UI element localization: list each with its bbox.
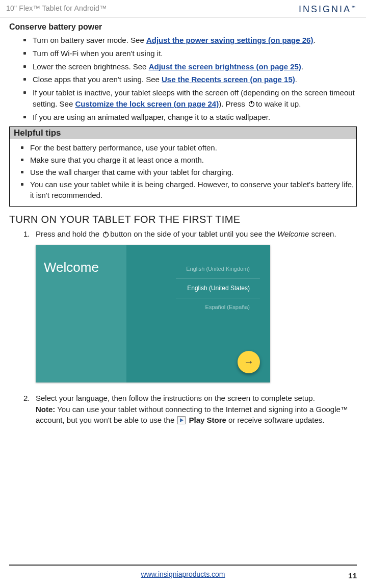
tips-box: Helpful tips For the best battery perfor…: [9, 126, 357, 207]
header-title: 10" Flex™ Tablet for Android™: [6, 4, 107, 12]
lang-option-3: Español (España): [176, 298, 260, 317]
page-number: 11: [348, 571, 357, 580]
welcome-screenshot: Welcome English (United Kingdom) English…: [36, 245, 270, 382]
link-brightness[interactable]: Adjust the screen brightness (on page 25…: [149, 62, 301, 71]
language-list: English (United Kingdom) English (United…: [176, 260, 260, 317]
conserve-item-3: Lower the screen brightness. See Adjust …: [23, 61, 357, 72]
conserve-item-1: Turn on battery saver mode. See Adjust t…: [23, 35, 357, 46]
firsttime-heading: TURN ON YOUR TABLET FOR THE FIRST TIME: [9, 214, 357, 225]
page-content: Conserve battery power Turn on battery s…: [0, 17, 366, 426]
play-store-icon: [177, 416, 186, 424]
link-recents[interactable]: Use the Recents screen (on page 15): [162, 75, 295, 84]
step-2: 2. Select your language, then follow the…: [23, 393, 357, 426]
tips-body: For the best battery performance, use yo…: [10, 139, 356, 206]
step-1-number: 1.: [23, 228, 36, 390]
page-footer: www.insigniaproducts.com 11: [0, 565, 366, 579]
power-icon: [102, 231, 110, 238]
page-header: 10" Flex™ Tablet for Android™ INSIGNIA™: [0, 0, 366, 17]
conserve-item-6: If you are using an animated wallpaper, …: [23, 112, 357, 123]
note-label: Note:: [36, 405, 55, 414]
tip-4: You can use your tablet while it is bein…: [21, 179, 354, 201]
conserve-item-4: Close apps that you aren't using. See Us…: [23, 74, 357, 85]
arrow-right-icon: →: [244, 354, 254, 369]
power-icon: [248, 100, 255, 108]
welcome-label: Welcome: [44, 258, 99, 277]
link-power-saving[interactable]: Adjust the power saving settings (on pag…: [146, 36, 313, 44]
steps-list: 1. Press and hold the button on the side…: [23, 228, 357, 426]
link-lockscreen[interactable]: Customize the lock screen (on page 24): [75, 99, 219, 108]
brand-logo: INSIGNIA™: [299, 4, 357, 15]
conserve-heading: Conserve battery power: [9, 22, 357, 32]
tip-1: For the best battery performance, use yo…: [21, 142, 354, 154]
tip-3: Use the wall charger that came with your…: [21, 167, 354, 178]
lang-option-selected: English (United States): [176, 278, 260, 298]
welcome-left-panel: Welcome: [36, 245, 126, 382]
footer-link[interactable]: www.insigniaproducts.com: [141, 570, 225, 578]
conserve-item-2: Turn off Wi-Fi when you aren't using it.: [23, 48, 357, 59]
next-fab-button: →: [238, 351, 260, 373]
conserve-item-5: If your tablet is inactive, your tablet …: [23, 87, 357, 110]
step-1: 1. Press and hold the button on the side…: [23, 228, 357, 390]
tips-heading: Helpful tips: [10, 127, 356, 139]
lang-option-1: English (United Kingdom): [176, 260, 260, 278]
tip-2: Make sure that you charge it at least on…: [21, 155, 354, 166]
conserve-list: Turn on battery saver mode. See Adjust t…: [23, 35, 357, 122]
step-2-number: 2.: [23, 393, 36, 426]
